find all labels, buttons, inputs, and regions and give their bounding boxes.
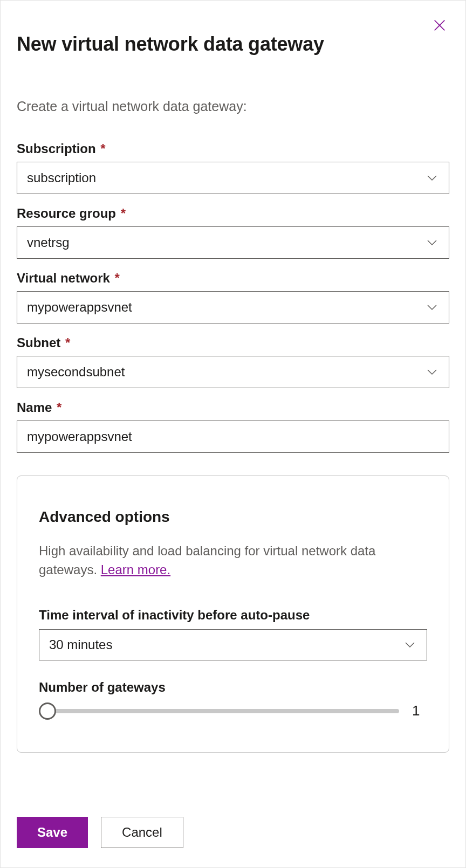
virtual-network-label: Virtual network *	[17, 271, 449, 286]
chevron-down-icon	[426, 172, 438, 184]
field-number-of-gateways: Number of gateways 1	[39, 680, 427, 720]
subscription-label: Subscription *	[17, 141, 449, 156]
time-interval-value: 30 minutes	[49, 637, 112, 652]
resource-group-dropdown[interactable]: vnetrsg	[17, 226, 449, 259]
required-mark: *	[100, 141, 105, 156]
chevron-down-icon	[426, 301, 438, 313]
number-of-gateways-label: Number of gateways	[39, 680, 427, 695]
name-label: Name *	[17, 400, 449, 415]
field-virtual-network: Virtual network * mypowerappsvnet	[17, 271, 449, 323]
name-input[interactable]	[17, 421, 449, 453]
resource-group-value: vnetrsg	[27, 235, 70, 250]
advanced-options-box: Advanced options High availability and l…	[17, 476, 449, 753]
gateways-slider-value: 1	[412, 702, 427, 719]
resource-group-label-text: Resource group	[17, 206, 116, 221]
name-label-text: Name	[17, 400, 52, 415]
advanced-options-description: High availability and load balancing for…	[39, 542, 427, 580]
save-button[interactable]: Save	[17, 817, 88, 848]
subscription-dropdown[interactable]: subscription	[17, 162, 449, 194]
chevron-down-icon	[404, 639, 416, 651]
subnet-dropdown[interactable]: mysecondsubnet	[17, 356, 449, 388]
field-subscription: Subscription * subscription	[17, 141, 449, 194]
subscription-label-text: Subscription	[17, 141, 96, 156]
subscription-value: subscription	[27, 170, 96, 185]
required-mark: *	[115, 271, 120, 285]
required-mark: *	[65, 335, 70, 350]
panel-description: Create a virtual network data gateway:	[17, 99, 449, 114]
new-gateway-panel: New virtual network data gateway Create …	[0, 0, 466, 868]
learn-more-link[interactable]: Learn more.	[101, 562, 170, 577]
resource-group-label: Resource group *	[17, 206, 449, 221]
subnet-label-text: Subnet	[17, 335, 60, 350]
virtual-network-value: mypowerappsvnet	[27, 300, 132, 315]
advanced-description-text: High availability and load balancing for…	[39, 543, 375, 577]
required-mark: *	[121, 206, 126, 221]
required-mark: *	[57, 400, 61, 415]
time-interval-label: Time interval of inactivity before auto-…	[39, 608, 427, 623]
cancel-button[interactable]: Cancel	[101, 817, 183, 848]
close-button[interactable]	[430, 17, 449, 36]
gateways-slider-row: 1	[39, 702, 427, 720]
chevron-down-icon	[426, 366, 438, 378]
subnet-value: mysecondsubnet	[27, 364, 125, 380]
panel-title: New virtual network data gateway	[17, 33, 449, 56]
time-interval-dropdown[interactable]: 30 minutes	[39, 629, 427, 660]
field-time-interval: Time interval of inactivity before auto-…	[39, 608, 427, 660]
button-row: Save Cancel	[17, 817, 183, 848]
slider-thumb[interactable]	[39, 702, 56, 720]
gateways-slider[interactable]	[39, 702, 399, 720]
close-icon	[432, 18, 447, 35]
chevron-down-icon	[426, 237, 438, 249]
field-resource-group: Resource group * vnetrsg	[17, 206, 449, 259]
field-name: Name *	[17, 400, 449, 453]
slider-rail	[39, 709, 399, 713]
subnet-label: Subnet *	[17, 335, 449, 350]
advanced-options-title: Advanced options	[39, 508, 427, 526]
virtual-network-label-text: Virtual network	[17, 271, 110, 285]
virtual-network-dropdown[interactable]: mypowerappsvnet	[17, 291, 449, 323]
field-subnet: Subnet * mysecondsubnet	[17, 335, 449, 388]
